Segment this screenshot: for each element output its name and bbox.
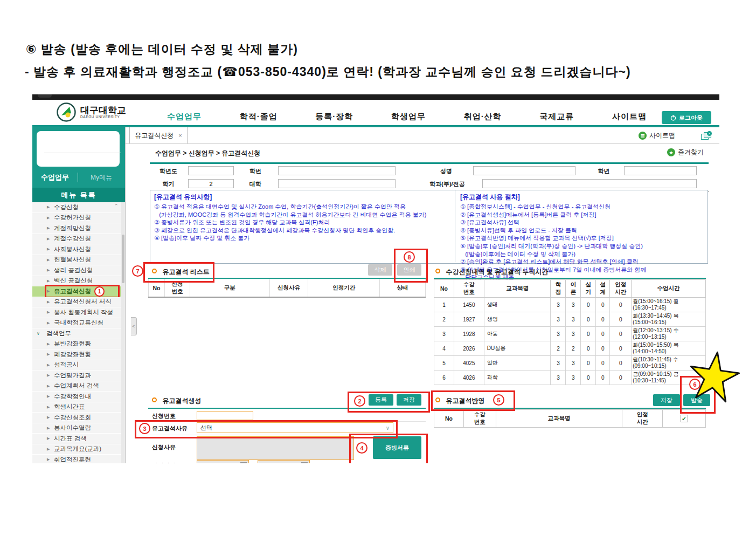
annotation-line2: - 발송 후 의료재활학과 행정조교 (☎053-850-4340)로 연락! … [25, 64, 631, 80]
sitemap-globe-icon: 𝌆 [639, 132, 647, 140]
sidebar-item-12[interactable]: ∨검색업무 [32, 328, 121, 339]
sidebar-item-7[interactable]: ▶백신 공결신청 [32, 276, 121, 287]
sidebar-item-label: 봉사 활동계획서 작성 [54, 308, 113, 317]
notice-line: ⑦ [승인]완료 후 [유고결석 리스트]에서 해당 항목 선택후 [인쇄] 클… [460, 258, 704, 266]
save-button-apply[interactable]: 저장 [653, 394, 680, 406]
sidebar-item-0[interactable]: ▶수강신청 [32, 202, 121, 213]
print-button[interactable]: 인쇄 [397, 264, 421, 276]
table-row: 54025일반33000월(10:30~11:45) 수(09:00~10:15… [434, 356, 706, 371]
logout-button[interactable]: 로그아웃 [662, 111, 711, 124]
sidebar-item-2[interactable]: ▶계절희망신청 [32, 223, 121, 234]
sidebar-item-23[interactable]: ▶교과목개요(교과) [32, 444, 121, 455]
grade-input[interactable] [624, 166, 697, 175]
sidebar-item-21[interactable]: ▶봉사이수열람 [32, 423, 121, 434]
sidebar-item-1[interactable]: ▶수강허가신청 [32, 213, 121, 224]
dept-input[interactable] [482, 179, 697, 188]
delete-button[interactable]: 삭제 [368, 264, 392, 276]
header-row: No수강 번호교과목명인정 시간✔ [434, 410, 706, 428]
sidebar-tab-mymenu[interactable]: My메뉴 [78, 173, 124, 182]
save-button-create[interactable]: 저장 [397, 394, 421, 406]
sidebar-item-22[interactable]: ▶시간표 검색 [32, 434, 121, 444]
sidebar-item-15[interactable]: ▶성적공시 [32, 360, 121, 371]
nav-item-3[interactable]: 학생업무 [391, 112, 426, 122]
sidebar-item-18[interactable]: ▶수강학점안내 [32, 392, 121, 402]
sidebar-item-20[interactable]: ▶수강신청조회 [32, 413, 121, 423]
arrow-right-icon: ▶ [47, 384, 50, 388]
reason-type-select[interactable]: 선택 ∨ [197, 422, 393, 433]
portal-window: 대구대학교 DAEGU UNIVERSITY 수업업무학적·졸업등록·장학학생업… [32, 94, 719, 463]
nav-item-4[interactable]: 취업·산학 [464, 112, 502, 122]
checkbox-checked[interactable]: ✔ [681, 415, 688, 422]
cell: 0 [596, 356, 610, 371]
sidebar-item-24[interactable]: ▶취업적진훈련 [32, 455, 121, 463]
arrow-right-icon: ▶ [47, 205, 50, 209]
sidebar-item-4[interactable]: ▶사회봉사신청 [32, 244, 121, 255]
cell: 0 [596, 298, 610, 312]
sidebar-collapse-handle[interactable]: < [131, 317, 137, 335]
sidebar-profile-box [37, 131, 120, 167]
scroll-up-icon[interactable]: ⌃ [114, 203, 119, 209]
year-input[interactable] [188, 166, 234, 175]
sitemap-shortcut[interactable]: 𝌆 사이트맵 [639, 131, 675, 140]
sidebar-item-8[interactable]: ▶유고결석신청1 [32, 286, 121, 297]
sidebar-item-13[interactable]: ▶분반강좌현황 [32, 339, 121, 350]
name-input[interactable] [473, 166, 575, 175]
cell: 0 [596, 327, 610, 341]
sidebar-item-17[interactable]: ▶수업계획서 검색 [32, 381, 121, 392]
tab-absence-apply[interactable]: 유고결석신청 × [129, 127, 188, 143]
table-row: 31928아동33000월(12:00~13:15) 수(12:00~13:15… [434, 327, 706, 341]
calendar-icon[interactable] [301, 462, 308, 463]
arrow-right-icon: ▶ [47, 237, 50, 241]
sidebar-item-16[interactable]: ▶수업평가결과 [32, 371, 121, 381]
nav-item-0[interactable]: 수업업무 [167, 112, 202, 122]
nav-item-1[interactable]: 학적·졸업 [240, 112, 278, 122]
nav-item-6[interactable]: 사이트맵 [612, 112, 647, 122]
period-start-input[interactable] [197, 460, 249, 463]
student-info-form: 학년도 학번 성명 학년 학기 대학 학과(부)/전공 [150, 162, 709, 192]
sidebar-item-5[interactable]: ▶헌혈봉사신청 [32, 255, 121, 266]
tab-close-icon[interactable]: × [178, 132, 182, 139]
sidebar-item-11[interactable]: ▶국내학점교류신청 [32, 318, 121, 329]
cell: 0 [596, 312, 610, 327]
evidence-button[interactable]: 증빙서류 [373, 436, 421, 459]
arrow-right-icon: ▶ [47, 289, 50, 293]
sidebar-scrollbar[interactable] [121, 202, 125, 463]
nav-item-2[interactable]: 등록·장학 [315, 112, 353, 122]
nav-item-5[interactable]: 국제교류 [539, 112, 574, 122]
apply-no-input[interactable] [197, 411, 253, 420]
sidebar-item-label: 계절희망신청 [54, 224, 91, 232]
register-button[interactable]: 등록 [369, 394, 393, 406]
notice-line: ② 증빙서류가 위조 또는 변조된 것일 경우 해당 교과목 실격(F)처리 [154, 218, 450, 227]
sidebar-item-label: 헌혈봉사신청 [54, 256, 91, 264]
absence-create-title: 유고결석생성 [152, 395, 201, 406]
calendar-icon[interactable] [240, 462, 247, 463]
arrow-right-icon: ▶ [47, 426, 50, 430]
sidebar-tab-lecture[interactable]: 수업업무 [32, 173, 78, 182]
scrollbar-thumb[interactable] [122, 235, 124, 283]
sidebar-item-19[interactable]: ▶학생시간표 [32, 402, 121, 413]
close-all-windows-icon[interactable]: × [701, 132, 711, 139]
grade-label: 학년 [592, 166, 616, 176]
sidebar-item-10[interactable]: ▶봉사 활동계획서 작성 [32, 307, 121, 318]
arrow-right-icon: ▶ [47, 447, 50, 451]
reason-textarea[interactable] [197, 436, 354, 460]
sidebar-item-14[interactable]: ▶폐강강좌현황 [32, 349, 121, 360]
table-row: 11450생태33000월(15:00~16:15) 월(16:30~17:45… [434, 298, 706, 312]
sidebar-item-9[interactable]: ▶유고결석신청서 서식 [32, 297, 121, 308]
arrow-right-icon: ▶ [47, 363, 50, 367]
sidebar-divider [125, 127, 126, 463]
college-input[interactable] [278, 179, 396, 188]
cell: 1928 [454, 327, 484, 341]
period-end-input[interactable] [258, 460, 310, 463]
cell: 3 [551, 298, 566, 312]
sidebar-item-label: 교과목개요(교과) [54, 445, 101, 453]
cell: 월(12:00~13:15) 수(12:00~13:15) [632, 327, 706, 341]
semester-input[interactable] [188, 179, 234, 188]
studentno-input[interactable] [278, 166, 396, 175]
sidebar-item-6[interactable]: ▶생리 공결신청 [32, 265, 121, 276]
sidebar-item-3[interactable]: ▶계절수강신청 [32, 234, 121, 245]
favorites-button[interactable]: ★ 즐겨찾기 [667, 148, 704, 157]
notice-line: ① 유고결석 적용은 대면수업 및 실시간 Zoom 수업, 학습기간(출석인정… [154, 203, 450, 211]
section-bullet-icon [435, 269, 440, 273]
college-label: 대학 [235, 179, 276, 189]
